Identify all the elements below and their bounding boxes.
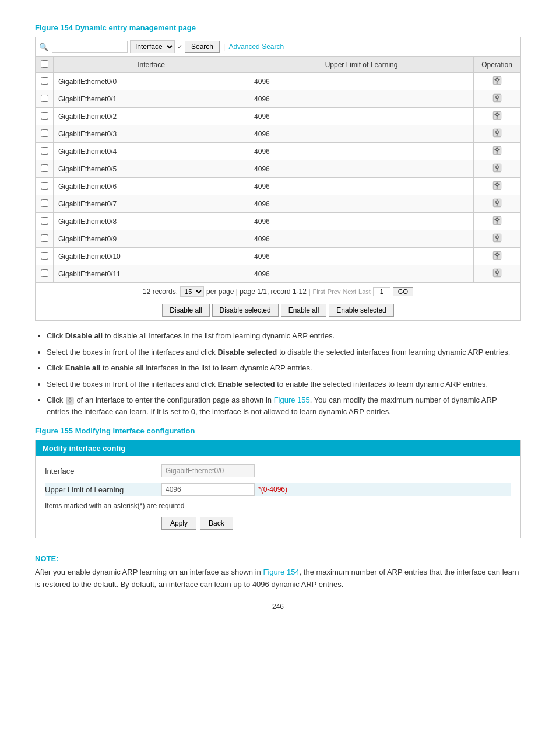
interface-label: Interface (45, 467, 161, 475)
next-page-link[interactable]: Next (343, 288, 356, 295)
header-checkbox-col (36, 57, 54, 73)
svg-rect-71 (496, 217, 498, 218)
row-operation (474, 265, 520, 283)
figure154-table-container: 🔍 Interface ✓ Search | Advanced Search I… (35, 37, 521, 321)
row-checkbox[interactable] (41, 164, 48, 172)
search-input[interactable] (52, 41, 128, 52)
figure155-title: Figure 155 Modifying interface configura… (35, 426, 521, 435)
search-bar: 🔍 Interface ✓ Search | Advanced Search (36, 37, 520, 57)
config-icon[interactable] (492, 110, 502, 121)
svg-rect-79 (496, 235, 498, 236)
search-field-dropdown[interactable]: Interface (130, 40, 175, 53)
row-operation (474, 125, 520, 143)
required-note: Items marked with an asterisk(*) are req… (45, 502, 511, 510)
upper-limit-label: Upper Limit of Learning (45, 485, 161, 494)
disable-selected-button[interactable]: Disable selected (212, 304, 279, 317)
row-operation (474, 230, 520, 248)
config-icon[interactable] (492, 75, 502, 86)
config-icon[interactable] (492, 268, 502, 278)
row-checkbox[interactable] (41, 235, 48, 242)
row-limit: 4096 (249, 213, 474, 230)
config-icon[interactable] (492, 198, 502, 208)
svg-rect-22 (496, 117, 498, 119)
note-text: After you enable dynamic ARP learning on… (35, 566, 521, 591)
upper-limit-input[interactable] (161, 483, 255, 496)
config-box-body: Interface Upper Limit of Learning *(0-40… (36, 456, 520, 538)
dropdown-check-icon: ✓ (177, 43, 182, 51)
interface-field-row: Interface (45, 464, 511, 477)
svg-rect-54 (496, 187, 498, 189)
row-checkbox[interactable] (41, 200, 48, 207)
last-page-link[interactable]: Last (358, 288, 371, 295)
row-limit: 4096 (249, 108, 474, 125)
bullet-item: Click Enable all to enable all interface… (47, 362, 521, 374)
config-form-buttons: Apply Back (161, 517, 511, 530)
row-interface: GigabitEthernet0/3 (54, 125, 249, 143)
row-checkbox[interactable] (41, 270, 48, 277)
row-limit: 4096 (249, 178, 474, 195)
bullet-bold: Enable selected (217, 380, 275, 388)
table-row: GigabitEthernet0/44096 (36, 143, 520, 160)
config-icon[interactable] (492, 233, 502, 243)
prev-page-link[interactable]: Prev (328, 288, 341, 295)
per-page-select[interactable]: 15 (180, 286, 204, 297)
select-all-checkbox[interactable] (41, 60, 48, 68)
row-operation (474, 108, 520, 125)
svg-rect-7 (496, 77, 498, 78)
enable-selected-button[interactable]: Enable selected (329, 304, 393, 317)
row-checkbox[interactable] (41, 217, 48, 225)
disable-all-button[interactable]: Disable all (162, 304, 209, 317)
row-operation (474, 213, 520, 230)
note-title: NOTE: (35, 554, 521, 563)
figure155-link[interactable]: Figure 155 (274, 396, 310, 404)
svg-rect-86 (496, 257, 498, 259)
figure154-note-link[interactable]: Figure 154 (263, 568, 299, 576)
first-page-link[interactable]: First (312, 288, 325, 295)
config-icon[interactable] (492, 250, 502, 261)
row-checkbox[interactable] (41, 130, 48, 137)
svg-rect-95 (496, 270, 498, 271)
row-checkbox[interactable] (41, 112, 48, 120)
row-operation (474, 178, 520, 195)
go-button[interactable]: GO (393, 287, 413, 296)
config-icon[interactable] (492, 163, 502, 173)
separator: | (223, 43, 225, 51)
row-checkbox[interactable] (41, 252, 48, 260)
table-row: GigabitEthernet0/94096 (36, 230, 520, 248)
page-number-input[interactable] (373, 287, 390, 296)
row-operation (474, 90, 520, 108)
bullet-item: Select the boxes in front of the interfa… (47, 346, 521, 358)
row-operation (474, 160, 520, 178)
interface-value-input (161, 464, 255, 477)
row-limit: 4096 (249, 143, 474, 160)
config-icon[interactable] (492, 215, 502, 226)
svg-rect-78 (496, 240, 498, 242)
row-limit: 4096 (249, 230, 474, 248)
bullet-item: Click Disable all to disable all interfa… (47, 330, 521, 342)
svg-rect-94 (496, 275, 498, 276)
row-interface: GigabitEthernet0/10 (54, 248, 249, 265)
row-operation (474, 73, 520, 90)
row-checkbox[interactable] (41, 182, 48, 190)
apply-button[interactable]: Apply (161, 517, 196, 530)
search-button[interactable]: Search (185, 41, 220, 52)
table-row: GigabitEthernet0/54096 (36, 160, 520, 178)
back-button[interactable]: Back (200, 517, 233, 530)
enable-all-button[interactable]: Enable all (281, 304, 327, 317)
row-checkbox[interactable] (41, 147, 48, 155)
svg-rect-46 (496, 170, 498, 172)
svg-rect-39 (496, 147, 498, 148)
config-icon[interactable] (492, 128, 502, 138)
table-row: GigabitEthernet0/104096 (36, 248, 520, 265)
config-icon[interactable] (492, 145, 502, 156)
row-checkbox[interactable] (41, 77, 48, 85)
search-magnifier-icon: 🔍 (39, 43, 48, 51)
config-icon[interactable] (492, 180, 502, 191)
advanced-search-link[interactable]: Advanced Search (228, 43, 284, 51)
svg-rect-55 (496, 182, 498, 183)
config-icon[interactable] (492, 93, 502, 103)
row-limit: 4096 (249, 160, 474, 178)
svg-rect-23 (496, 112, 498, 113)
row-checkbox[interactable] (41, 94, 48, 102)
table-row: GigabitEthernet0/64096 (36, 178, 520, 195)
